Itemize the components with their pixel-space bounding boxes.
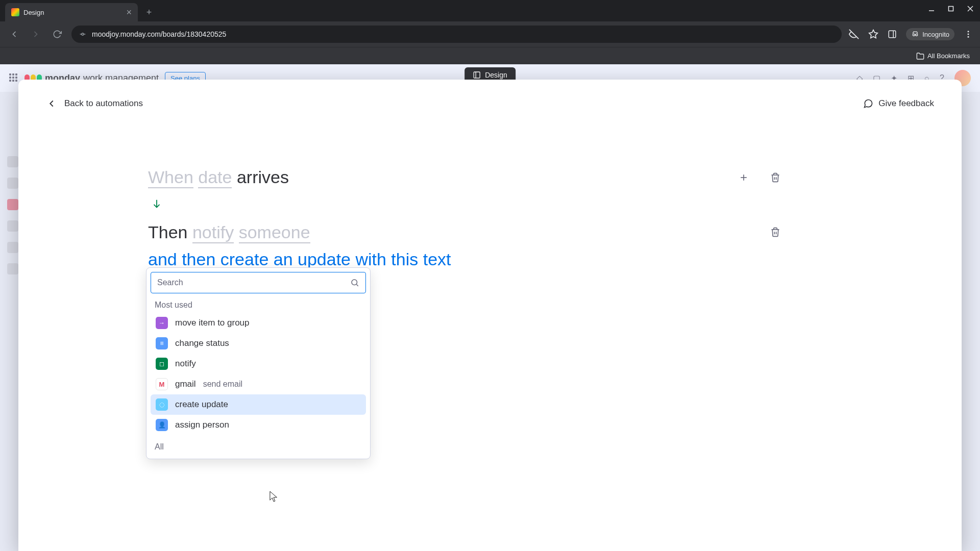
add-condition-button[interactable] <box>738 172 749 183</box>
option-label: create update <box>175 399 228 410</box>
section-most-used-label: Most used <box>151 293 366 313</box>
option-notify[interactable]: ◻ notify <box>151 354 366 374</box>
reload-icon[interactable] <box>50 27 64 41</box>
window-controls <box>928 5 974 12</box>
option-change-status[interactable]: ≡ change status <box>151 333 366 354</box>
then-text: Then <box>148 222 188 242</box>
incognito-label: Incognito <box>922 31 949 38</box>
modal-header: Back to automations Give feedback <box>46 98 934 109</box>
action-row-1: Then notify someone <box>148 220 781 245</box>
trigger-sentence: When date arrives <box>148 165 289 190</box>
trigger-row-actions <box>738 172 781 183</box>
board-name-label: Design <box>485 71 507 79</box>
section-all-label: All <box>151 435 366 455</box>
rail-item[interactable] <box>7 263 18 274</box>
update-icon: ◌ <box>156 398 168 411</box>
incognito-badge[interactable]: Incognito <box>906 28 954 40</box>
svg-line-23 <box>356 284 358 286</box>
folder-icon <box>916 52 924 60</box>
back-icon[interactable] <box>7 27 21 41</box>
bell-icon: ◻ <box>156 358 168 370</box>
option-list: → move item to group ≡ change status ◻ n… <box>151 313 366 435</box>
rail-item[interactable] <box>7 242 18 253</box>
search-icon <box>350 278 359 287</box>
address-bar-row: moodjoy.monday.com/boards/1830420525 Inc… <box>0 21 980 47</box>
rail-item[interactable] <box>7 220 18 232</box>
tab-title: Design <box>23 9 44 16</box>
forward-icon[interactable] <box>29 27 43 41</box>
tracking-icon[interactable] <box>849 29 859 39</box>
close-tab-icon[interactable]: × <box>126 7 132 18</box>
close-window-icon[interactable] <box>967 5 974 12</box>
notify-token[interactable]: notify <box>192 222 234 243</box>
address-bar-actions: Incognito <box>849 28 973 40</box>
delete-trigger-button[interactable] <box>770 172 781 183</box>
chevron-left-icon <box>46 98 57 109</box>
minimize-icon[interactable] <box>928 5 935 12</box>
svg-rect-1 <box>949 7 953 11</box>
trigger-row: When date arrives <box>148 165 781 190</box>
rail-item[interactable] <box>7 178 18 189</box>
rail-item[interactable] <box>7 156 18 167</box>
option-label: gmail <box>175 379 196 389</box>
feedback-label: Give feedback <box>878 98 934 109</box>
date-token[interactable]: date <box>198 167 232 188</box>
rail-item[interactable] <box>7 199 18 210</box>
bookmark-bar: All Bookmarks <box>0 47 980 64</box>
svg-point-14 <box>968 31 969 32</box>
action1-row-actions <box>770 227 781 238</box>
board-icon <box>473 71 481 79</box>
app-launcher-icon[interactable] <box>9 73 18 83</box>
action1-sentence: Then notify someone <box>148 220 310 245</box>
automation-builder: When date arrives Then notify someone <box>148 165 781 272</box>
option-assign-person[interactable]: 👤 assign person <box>151 415 366 435</box>
automation-modal: Back to automations Give feedback When d… <box>18 80 962 551</box>
someone-token[interactable]: someone <box>239 222 310 243</box>
tab-bar: Design × + <box>0 0 980 21</box>
svg-rect-17 <box>474 72 480 78</box>
option-label: move item to group <box>175 318 250 328</box>
option-create-update[interactable]: ◌ create update <box>151 394 366 415</box>
browser-chrome: Design × + moodjoy.monday.com/boards/183… <box>0 0 980 64</box>
all-bookmarks-link[interactable]: All Bookmarks <box>927 52 970 60</box>
maximize-icon[interactable] <box>947 5 954 12</box>
site-settings-icon[interactable] <box>79 30 87 38</box>
search-input[interactable] <box>157 278 346 287</box>
action-picker-dropdown: Most used → move item to group ≡ change … <box>146 267 371 459</box>
give-feedback-link[interactable]: Give feedback <box>863 98 934 109</box>
when-token[interactable]: When <box>148 167 193 188</box>
svg-point-11 <box>913 34 915 36</box>
option-sublabel: send email <box>203 380 242 389</box>
bookmark-star-icon[interactable] <box>868 29 878 39</box>
delete-action1-button[interactable] <box>770 227 781 238</box>
move-icon: → <box>156 317 168 329</box>
action2-text: and then create an update with this text <box>148 249 451 269</box>
svg-point-4 <box>82 33 84 35</box>
option-label: change status <box>175 338 229 348</box>
new-tab-button[interactable]: + <box>142 5 156 19</box>
browser-tab[interactable]: Design × <box>5 3 138 21</box>
option-label: notify <box>175 359 196 369</box>
url-bar[interactable]: moodjoy.monday.com/boards/1830420525 <box>71 26 842 43</box>
svg-point-16 <box>968 36 969 38</box>
option-move-item[interactable]: → move item to group <box>151 313 366 333</box>
side-panel-icon[interactable] <box>888 30 897 39</box>
back-to-automations-link[interactable]: Back to automations <box>46 98 143 109</box>
gmail-icon: M <box>156 378 168 390</box>
arrives-text: arrives <box>237 167 289 187</box>
favicon <box>11 8 19 16</box>
kebab-menu-icon[interactable] <box>964 30 973 39</box>
flow-arrow-icon <box>151 197 781 211</box>
chat-icon <box>863 98 873 109</box>
svg-point-22 <box>352 280 357 285</box>
svg-marker-8 <box>869 30 878 38</box>
option-gmail[interactable]: M gmail send email <box>151 374 366 394</box>
back-label: Back to automations <box>64 98 143 109</box>
option-label: assign person <box>175 420 229 430</box>
svg-point-15 <box>968 34 969 35</box>
svg-point-12 <box>916 34 918 36</box>
dropdown-search-wrapper <box>151 272 366 293</box>
incognito-icon <box>911 30 919 38</box>
status-icon: ≡ <box>156 337 168 349</box>
person-icon: 👤 <box>156 419 168 431</box>
